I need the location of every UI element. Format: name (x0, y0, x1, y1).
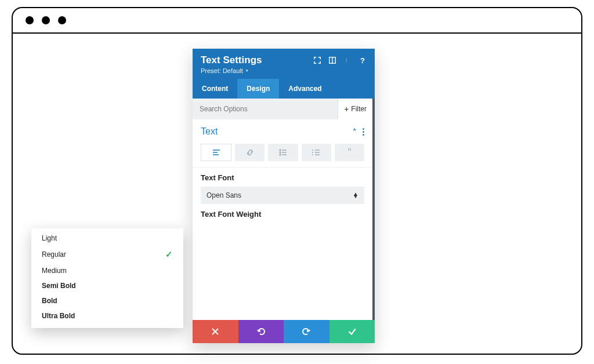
weight-option-semi-bold[interactable]: Semi Bold (31, 278, 183, 293)
panel-body: + Filter Text ˄ (193, 99, 375, 320)
sort-icon: ▲▼ (353, 192, 358, 199)
weight-option-regular[interactable]: Regular✓ (31, 246, 183, 263)
font-value: Open Sans (207, 191, 241, 199)
expand-icon[interactable] (313, 56, 321, 64)
link-icon[interactable] (235, 144, 265, 161)
check-icon: ✓ (165, 249, 173, 260)
weight-label: Text Font Weight (201, 210, 364, 219)
text-subtabs: ” (193, 141, 372, 168)
preset-label: Preset: Default (201, 67, 243, 74)
filter-button[interactable]: + Filter (338, 99, 372, 119)
redo-button[interactable] (284, 320, 329, 343)
ul-icon[interactable] (268, 144, 298, 161)
section-name: Text (201, 126, 218, 137)
browser-frame: Text Settings Preset: Default ▼ (12, 7, 582, 355)
quote-icon[interactable]: ” (335, 144, 364, 161)
preset-selector[interactable]: Preset: Default ▼ (201, 67, 262, 74)
stage: Text Settings Preset: Default ▼ (13, 34, 581, 354)
font-select[interactable]: Open Sans ▲▼ (201, 187, 364, 204)
svg-point-8 (280, 150, 281, 151)
field-font-weight: Text Font Weight (193, 204, 372, 219)
font-label: Text Font (201, 173, 364, 182)
panel-title: Text Settings (201, 54, 262, 66)
tab-design[interactable]: Design (237, 79, 279, 99)
section-more-icon[interactable] (363, 128, 364, 136)
tab-content[interactable]: Content (193, 79, 237, 99)
window-dot (42, 16, 50, 24)
search-input[interactable] (193, 105, 338, 113)
section-text-header[interactable]: Text ˄ (193, 119, 372, 141)
svg-point-4 (346, 61, 347, 62)
svg-point-3 (346, 60, 347, 60)
confirm-button[interactable] (329, 320, 375, 343)
svg-point-10 (280, 152, 281, 153)
responsive-icon[interactable] (328, 56, 336, 64)
weight-option-ultra-bold[interactable]: Ultra Bold (31, 308, 183, 323)
weight-option-medium[interactable]: Medium (31, 263, 183, 278)
weight-option-bold[interactable]: Bold (31, 293, 183, 308)
weight-option-light[interactable]: Light (31, 231, 183, 246)
more-icon[interactable] (343, 56, 352, 64)
help-icon[interactable]: ? (358, 56, 367, 64)
align-icon[interactable] (201, 144, 231, 161)
field-text-font: Text Font Open Sans ▲▼ (193, 168, 372, 204)
filter-label: Filter (351, 105, 367, 113)
tab-advanced[interactable]: Advanced (279, 79, 331, 99)
collapse-icon[interactable]: ˄ (353, 128, 357, 136)
plus-icon: + (344, 104, 349, 114)
undo-button[interactable] (238, 320, 284, 343)
svg-point-12 (280, 154, 281, 155)
cancel-button[interactable] (193, 320, 238, 343)
window-dot (26, 16, 34, 24)
action-bar (193, 320, 375, 343)
text-settings-panel: Text Settings Preset: Default ▼ (193, 49, 375, 343)
font-weight-dropdown[interactable]: Light Regular✓ Medium Semi Bold Bold Ult… (31, 228, 183, 328)
window-dot (58, 16, 66, 24)
search-row: + Filter (193, 99, 372, 119)
ol-icon[interactable] (302, 144, 331, 161)
browser-titlebar (13, 8, 581, 34)
panel-header: Text Settings Preset: Default ▼ (193, 49, 375, 79)
svg-point-2 (346, 59, 347, 59)
tabs: Content Design Advanced (193, 79, 375, 99)
chevron-down-icon: ▼ (245, 69, 249, 72)
